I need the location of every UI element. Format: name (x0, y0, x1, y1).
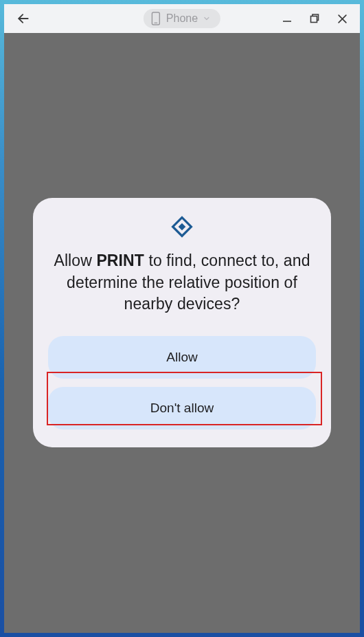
minimize-button[interactable] (275, 6, 299, 31)
device-label: Phone (166, 12, 198, 25)
nearby-devices-icon (48, 216, 316, 238)
svg-rect-4 (311, 16, 317, 23)
permission-buttons: Allow Don't allow (48, 336, 316, 429)
permission-message: Allow PRINT to find, connect to, and det… (48, 250, 316, 315)
permission-dialog: Allow PRINT to find, connect to, and det… (33, 198, 331, 447)
device-selector[interactable]: Phone (144, 9, 220, 28)
window-controls (275, 6, 354, 31)
svg-rect-8 (179, 223, 186, 231)
deny-button[interactable]: Don't allow (48, 387, 316, 429)
minimize-icon (282, 14, 292, 23)
permission-app-name: PRINT (96, 252, 144, 269)
chevron-down-icon (203, 14, 211, 23)
allow-button[interactable]: Allow (48, 336, 316, 379)
app-screen: Allow PRINT to find, connect to, and det… (4, 33, 360, 633)
phone-icon (150, 12, 161, 25)
emulator-window: Phone (4, 4, 360, 633)
arrow-left-icon (16, 12, 30, 25)
titlebar: Phone (4, 4, 360, 33)
maximize-icon (310, 14, 319, 23)
back-button[interactable] (11, 6, 36, 31)
permission-text-prefix: Allow (54, 252, 96, 269)
close-icon (337, 14, 348, 24)
close-button[interactable] (330, 6, 354, 31)
maximize-button[interactable] (302, 6, 327, 31)
